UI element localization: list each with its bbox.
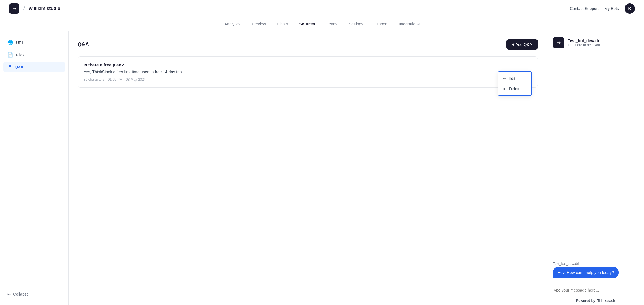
sidebar-item-url[interactable]: 🌐 URL xyxy=(3,37,65,48)
chat-area: Test_bot_devadri Hey! How can I help you… xyxy=(547,53,644,284)
nav-sources[interactable]: Sources xyxy=(295,19,319,29)
main-layout: 🌐 URL 📄 Files 🖥 Q&A ⇤ Collapse Q&A + Add… xyxy=(0,31,644,305)
qa-meta: 80 characters 01:05 PM 03 May 2024 xyxy=(84,78,183,82)
qa-time: 01:05 PM xyxy=(108,78,122,82)
delete-label: Delete xyxy=(509,86,520,91)
powered-by: Powered by Thinkstack xyxy=(547,296,644,305)
dropdown-delete[interactable]: 🗑 Delete xyxy=(498,84,531,94)
right-panel: ➜ Test_bot_devadri I am here to help you… xyxy=(547,31,644,305)
more-menu-wrapper: ⋮ ✏ Edit 🗑 Delete xyxy=(524,62,532,68)
contact-support-link[interactable]: Contact Support xyxy=(570,6,599,11)
avatar[interactable]: K xyxy=(625,3,635,14)
header-right: Contact Support My Bots K xyxy=(570,3,635,14)
chat-message: Test_bot_devadri Hey! How can I help you… xyxy=(553,262,638,278)
collapse-label: Collapse xyxy=(13,292,29,296)
bot-info: Test_bot_devadri I am here to help you xyxy=(568,38,601,47)
breadcrumb-sep: / xyxy=(23,5,25,11)
powered-by-text: Powered by xyxy=(576,299,595,303)
bot-name: Test_bot_devadri xyxy=(568,38,601,43)
nav-embed[interactable]: Embed xyxy=(370,19,392,29)
globe-icon: 🌐 xyxy=(7,40,13,45)
nav-chats[interactable]: Chats xyxy=(273,19,293,29)
add-qna-button[interactable]: + Add Q&A xyxy=(506,39,538,50)
qa-card-header: Is there a free plan? Yes, ThinkStack of… xyxy=(84,62,532,82)
sidebar-bottom: ⇤ Collapse xyxy=(0,289,68,299)
qa-date: 03 May 2024 xyxy=(126,78,146,82)
qa-characters: 80 characters xyxy=(84,78,104,82)
qna-icon: 🖥 xyxy=(7,64,12,70)
header: ➜ / willliam studio Contact Support My B… xyxy=(0,0,644,17)
chat-input[interactable] xyxy=(552,288,639,292)
chat-sender-name: Test_bot_devadri xyxy=(553,262,638,266)
content-area: Q&A + Add Q&A Is there a free plan? Yes,… xyxy=(69,31,547,305)
sidebar-item-files[interactable]: 📄 Files xyxy=(3,49,65,60)
sidebar-nav: 🌐 URL 📄 Files 🖥 Q&A xyxy=(0,37,68,72)
sidebar-qna-label: Q&A xyxy=(15,65,23,69)
bot-header: ➜ Test_bot_devadri I am here to help you xyxy=(547,31,644,53)
qa-card-body: Is there a free plan? Yes, ThinkStack of… xyxy=(84,62,183,82)
dropdown-edit[interactable]: ✏ Edit xyxy=(498,73,531,84)
nav-leads[interactable]: Leads xyxy=(322,19,342,29)
chat-messages: Test_bot_devadri Hey! How can I help you… xyxy=(553,262,638,278)
main-nav: Analytics Preview Chats Sources Leads Se… xyxy=(0,17,644,31)
edit-label: Edit xyxy=(508,76,515,81)
sidebar-files-label: Files xyxy=(16,53,25,57)
nav-analytics[interactable]: Analytics xyxy=(220,19,245,29)
powered-by-brand: Thinkstack xyxy=(597,299,615,303)
sidebar: 🌐 URL 📄 Files 🖥 Q&A ⇤ Collapse xyxy=(0,31,69,305)
logo-icon[interactable]: ➜ xyxy=(9,3,19,14)
bot-avatar-icon: ➜ xyxy=(553,37,564,48)
sidebar-item-qna[interactable]: 🖥 Q&A xyxy=(3,62,65,72)
chat-bubble: Hey! How can I help you today? xyxy=(553,267,619,278)
content-header: Q&A + Add Q&A xyxy=(78,39,538,50)
qa-card: Is there a free plan? Yes, ThinkStack of… xyxy=(78,56,538,88)
content-title: Q&A xyxy=(78,42,89,48)
nav-preview[interactable]: Preview xyxy=(247,19,271,29)
app-title: willliam studio xyxy=(29,6,60,11)
sidebar-url-label: URL xyxy=(16,40,24,45)
nav-integrations[interactable]: Integrations xyxy=(394,19,424,29)
collapse-button[interactable]: ⇤ Collapse xyxy=(3,289,65,299)
collapse-icon: ⇤ xyxy=(7,292,11,296)
bot-tagline: I am here to help you xyxy=(568,43,601,47)
delete-icon: 🗑 xyxy=(503,86,507,91)
nav-settings[interactable]: Settings xyxy=(344,19,368,29)
more-options-button[interactable]: ⋮ xyxy=(524,62,532,68)
dropdown-menu: ✏ Edit 🗑 Delete xyxy=(498,71,532,96)
qa-answer: Yes, ThinkStack offers first-time users … xyxy=(84,70,183,74)
chat-input-area[interactable] xyxy=(547,284,644,296)
qa-question: Is there a free plan? xyxy=(84,62,183,67)
my-bots-link[interactable]: My Bots xyxy=(604,6,619,11)
edit-icon: ✏ xyxy=(503,76,506,81)
qa-card-wrapper: Is there a free plan? Yes, ThinkStack of… xyxy=(78,56,538,88)
header-left: ➜ / willliam studio xyxy=(9,3,60,14)
files-icon: 📄 xyxy=(7,52,13,58)
